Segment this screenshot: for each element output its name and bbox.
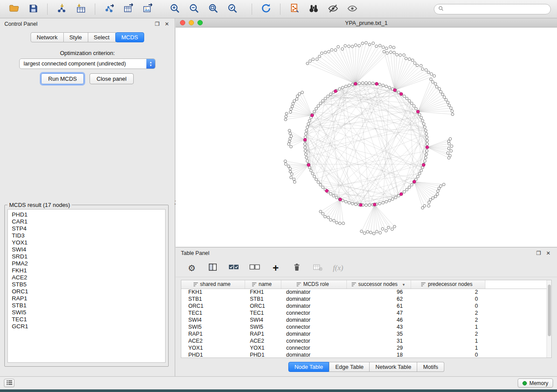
network-node[interactable] <box>376 230 378 233</box>
network-node[interactable] <box>430 73 433 76</box>
network-node[interactable] <box>291 105 294 108</box>
float-panel-icon[interactable]: ❐ <box>154 21 161 28</box>
network-node[interactable] <box>366 230 369 233</box>
network-node[interactable] <box>447 147 450 150</box>
tab-style[interactable]: Style <box>64 32 88 42</box>
column-header-mcds-role[interactable]: MCDS role <box>281 280 346 289</box>
column-header-shared-name[interactable]: shared name <box>181 280 245 289</box>
network-window-titlebar[interactable]: YPA_prune.txt_1 <box>176 18 557 28</box>
network-node[interactable] <box>341 48 344 50</box>
export-network-button[interactable] <box>101 2 117 17</box>
network-node[interactable] <box>309 60 311 62</box>
network-node[interactable] <box>382 84 384 86</box>
network-node[interactable] <box>344 45 346 47</box>
network-node[interactable] <box>361 82 364 84</box>
network-node[interactable] <box>426 150 428 152</box>
network-node[interactable] <box>426 136 428 138</box>
network-node[interactable] <box>363 232 366 234</box>
table-settings-button[interactable]: ⚙ <box>186 262 197 274</box>
network-node[interactable] <box>370 231 372 234</box>
column-header-name[interactable]: name <box>245 280 281 289</box>
network-node[interactable] <box>319 102 322 105</box>
network-node[interactable] <box>399 54 401 56</box>
network-node[interactable] <box>403 95 405 97</box>
network-node[interactable] <box>365 82 367 84</box>
tab-network-table[interactable]: Network Table <box>370 362 417 372</box>
network-node[interactable] <box>448 104 450 107</box>
network-node[interactable] <box>320 52 323 55</box>
network-node[interactable] <box>329 93 332 96</box>
network-node[interactable] <box>304 150 307 152</box>
network-node[interactable] <box>387 226 390 229</box>
network-node[interactable] <box>329 193 332 195</box>
mcds-result-item[interactable]: TID3 <box>12 232 161 239</box>
dominator-node[interactable] <box>373 203 376 206</box>
network-node[interactable] <box>319 183 322 186</box>
network-node[interactable] <box>348 84 350 86</box>
network-node[interactable] <box>324 51 327 54</box>
network-node[interactable] <box>307 123 310 125</box>
network-node[interactable] <box>408 58 411 60</box>
network-node[interactable] <box>284 163 287 165</box>
dominator-node[interactable] <box>359 203 362 206</box>
network-node[interactable] <box>317 105 319 107</box>
network-node[interactable] <box>429 78 432 81</box>
network-node[interactable] <box>315 178 318 181</box>
network-node[interactable] <box>418 113 421 116</box>
column-visibility-button[interactable] <box>207 262 218 274</box>
network-node[interactable] <box>392 46 395 49</box>
close-panel-icon[interactable]: ✕ <box>545 250 552 257</box>
network-node[interactable] <box>306 62 309 65</box>
network-node[interactable] <box>403 190 405 193</box>
mcds-result-item[interactable]: SWI5 <box>12 309 161 316</box>
network-node[interactable] <box>432 197 434 199</box>
table-row[interactable]: TEC1TEC1connector472 <box>181 309 551 316</box>
network-node[interactable] <box>410 183 413 186</box>
network-node[interactable] <box>345 85 347 88</box>
network-node[interactable] <box>450 145 453 148</box>
network-node[interactable] <box>413 62 416 64</box>
open-session-button[interactable] <box>6 2 22 17</box>
scrollbar-thumb[interactable] <box>548 285 551 336</box>
network-node[interactable] <box>385 85 387 88</box>
table-row[interactable]: SWI4SWI4dominator462 <box>181 316 551 323</box>
network-node[interactable] <box>328 50 330 53</box>
criterion-dropdown[interactable]: largest connected component (undirected)… <box>19 58 156 69</box>
tab-edge-table[interactable]: Edge Table <box>329 362 370 372</box>
export-image-button[interactable] <box>140 2 156 17</box>
network-node[interactable] <box>375 45 378 48</box>
table-row[interactable]: ACE2ACE2connector311 <box>181 337 551 344</box>
network-node[interactable] <box>290 108 292 110</box>
mcds-result-item[interactable]: YOX1 <box>12 239 161 246</box>
network-node[interactable] <box>426 139 429 142</box>
table-row[interactable]: FKH1FKH1dominator962 <box>181 289 551 296</box>
table-row[interactable]: SWI5SWI5connector431 <box>181 323 551 330</box>
table-row[interactable]: STB1STB1dominator620 <box>181 296 551 303</box>
network-node[interactable] <box>324 97 327 100</box>
network-node[interactable] <box>304 132 307 135</box>
close-panel-button[interactable]: Close panel <box>90 73 134 84</box>
network-node[interactable] <box>411 59 414 62</box>
network-node[interactable] <box>378 83 381 86</box>
network-node[interactable] <box>295 98 298 100</box>
network-node[interactable] <box>436 86 438 88</box>
network-node[interactable] <box>391 198 394 200</box>
mcds-result-item[interactable]: PHD1 <box>12 211 161 218</box>
hide-graphics-button[interactable] <box>325 2 341 17</box>
network-node[interactable] <box>412 105 415 107</box>
network-node[interactable] <box>438 187 440 190</box>
network-node[interactable] <box>336 221 338 224</box>
network-node[interactable] <box>332 219 335 222</box>
network-node[interactable] <box>306 160 308 162</box>
network-node[interactable] <box>439 90 442 93</box>
network-node[interactable] <box>385 229 387 232</box>
network-node[interactable] <box>338 88 341 90</box>
network-node[interactable] <box>420 116 422 119</box>
network-node[interactable] <box>429 198 432 201</box>
network-node[interactable] <box>289 170 291 173</box>
dominator-node[interactable] <box>375 83 378 86</box>
network-node[interactable] <box>389 51 392 54</box>
network-node[interactable] <box>290 145 292 148</box>
network-node[interactable] <box>360 230 363 233</box>
mcds-result-item[interactable]: CAR1 <box>12 218 161 225</box>
